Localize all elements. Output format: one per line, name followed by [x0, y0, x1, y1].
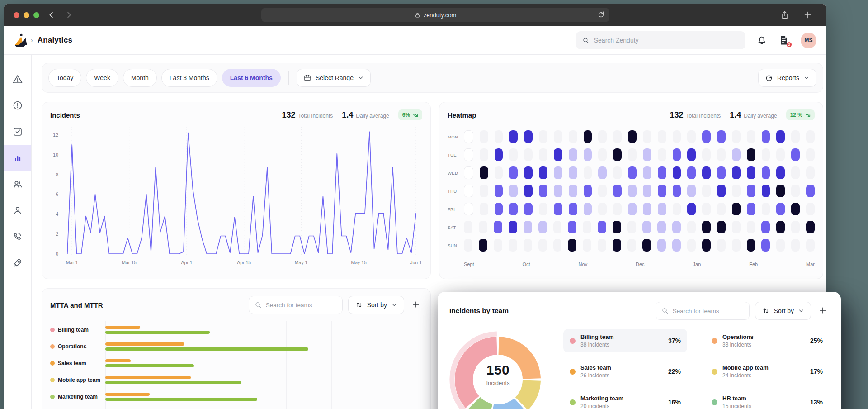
teams-search[interactable]: [249, 296, 343, 314]
heatmap-cell: [598, 166, 607, 179]
teams-search[interactable]: [656, 302, 750, 320]
zenduty-logo[interactable]: [14, 33, 28, 48]
heatmap-cell: [569, 166, 577, 179]
sort-by-button[interactable]: Sort by: [348, 296, 404, 314]
sidebar-item-tasks[interactable]: [4, 119, 31, 145]
heatmap-cell: [658, 130, 666, 143]
daily-average-value: 1.4: [342, 110, 353, 120]
heatmap-row: WED: [448, 166, 815, 179]
notifications-bell-icon[interactable]: [756, 35, 767, 46]
heatmap-cell: [791, 239, 800, 252]
teams-search-input[interactable]: [266, 302, 337, 309]
sidebar-item-incidents[interactable]: [4, 92, 31, 119]
incidents-x-labels: Mar 1Mar 15Apr 1Apr 15May 1May 15Jun 1: [64, 260, 420, 267]
heatmap-cell: [672, 221, 681, 233]
donut-center-label: Incidents: [449, 380, 547, 386]
forward-icon[interactable]: [64, 10, 74, 20]
team-legend-item[interactable]: Operations33 incidents25%: [705, 329, 829, 352]
team-legend-item[interactable]: Sales team26 incidents22%: [563, 360, 687, 383]
heatmap-month-label: Oct: [523, 262, 530, 267]
global-search-input[interactable]: [594, 37, 739, 44]
phone-icon: [12, 231, 23, 242]
sidebar-item-integrations[interactable]: [4, 250, 31, 276]
heatmap-cell: [806, 239, 815, 252]
titlebar-actions: [780, 10, 816, 20]
team-percent: 13%: [810, 399, 823, 406]
heatmap-day-label: TUE: [448, 152, 464, 157]
zoom-window-button[interactable]: [33, 12, 39, 18]
trend-down-icon: [805, 112, 811, 118]
team-name: Operations: [58, 343, 86, 350]
heatmap-cell: [761, 221, 770, 233]
team-bar-row: Mobile app team: [50, 371, 422, 388]
sort-by-button[interactable]: Sort by: [755, 302, 811, 320]
close-window-button[interactable]: [14, 12, 19, 18]
heatmap-cell: [717, 203, 726, 215]
team-color-dot: [712, 369, 717, 375]
heatmap-cell: [628, 185, 637, 197]
sidebar-item-analytics[interactable]: [4, 145, 31, 171]
filter-pill[interactable]: Last 6 Months: [222, 69, 281, 87]
heatmap-cell: [791, 185, 800, 197]
heatmap-cell: [509, 130, 518, 143]
heatmap-cell: [495, 185, 503, 197]
team-name: Billing team: [58, 327, 89, 333]
heatmap-month-label: Feb: [749, 262, 758, 267]
time-range-pills: TodayWeekMonthLast 3 MonthsLast 6 Months: [48, 69, 281, 87]
x-tick-label: May 1: [295, 260, 308, 265]
add-button[interactable]: [410, 300, 422, 310]
heatmap-cell: [480, 148, 488, 161]
heatmap-cell: [717, 130, 726, 143]
new-tab-icon[interactable]: [803, 10, 813, 20]
team-bars: [105, 321, 422, 338]
sidebar-item-teams[interactable]: [4, 171, 31, 197]
heatmap-cell: [539, 185, 547, 197]
x-tick-label: Jun 1: [410, 260, 422, 265]
team-legend-item[interactable]: Marketing team20 incidents16%: [563, 390, 687, 409]
team-color-dot: [570, 399, 576, 405]
heatmap-day-label: SUN: [448, 243, 464, 248]
address-bar[interactable]: zenduty.com: [261, 8, 609, 22]
team-legend-item[interactable]: Mobile app team24 incidents17%: [705, 360, 829, 383]
heatmap-cell: [717, 221, 726, 233]
donut-center-value: 150: [449, 362, 547, 378]
heatmap-cell: [806, 221, 815, 233]
refresh-icon[interactable]: [597, 11, 605, 19]
add-button[interactable]: [816, 306, 829, 316]
share-icon[interactable]: [780, 10, 789, 19]
filter-pill[interactable]: Month: [123, 69, 157, 87]
heatmap-cell: [553, 221, 562, 233]
team-name: HR team: [722, 395, 805, 402]
team-legend-item[interactable]: HR team15 incidents13%: [705, 390, 829, 409]
heatmap-day-label: FRI: [448, 207, 464, 212]
plus-icon: [411, 300, 420, 309]
minimize-window-button[interactable]: [24, 12, 29, 18]
heatmap-day-label: SAT: [448, 225, 464, 230]
team-name: Mobile app team: [722, 364, 805, 371]
avatar[interactable]: MS: [801, 33, 816, 48]
reports-label: Reports: [777, 74, 799, 81]
heatmap-cell: [524, 185, 533, 197]
activity-log-icon[interactable]: 2: [778, 35, 790, 46]
heatmap-cell: [732, 185, 741, 197]
filter-pill[interactable]: Today: [48, 69, 81, 87]
team-bars: [105, 388, 422, 405]
filter-pill[interactable]: Week: [86, 69, 118, 87]
team-legend-item[interactable]: Billing team38 incidents37%: [563, 329, 687, 352]
global-search[interactable]: [576, 31, 745, 49]
heatmap-cell: [480, 185, 488, 197]
back-icon[interactable]: [47, 10, 57, 20]
heatmap-day-label: MON: [448, 134, 464, 139]
sidebar-item-profile[interactable]: [4, 197, 31, 224]
sidebar-item-call-routing[interactable]: [4, 224, 31, 250]
teams-search-input[interactable]: [673, 308, 744, 314]
heatmap-cell: [687, 239, 696, 252]
team-name: Operations: [722, 333, 805, 340]
reports-button[interactable]: Reports: [758, 69, 816, 87]
heatmap-cell: [479, 239, 487, 252]
filter-pill[interactable]: Last 3 Months: [161, 69, 217, 87]
select-range-button[interactable]: Select Range: [297, 69, 371, 87]
heatmap-cell: [658, 148, 666, 161]
heatmap-cell: [627, 221, 636, 233]
sidebar-item-alerts[interactable]: [4, 66, 31, 92]
